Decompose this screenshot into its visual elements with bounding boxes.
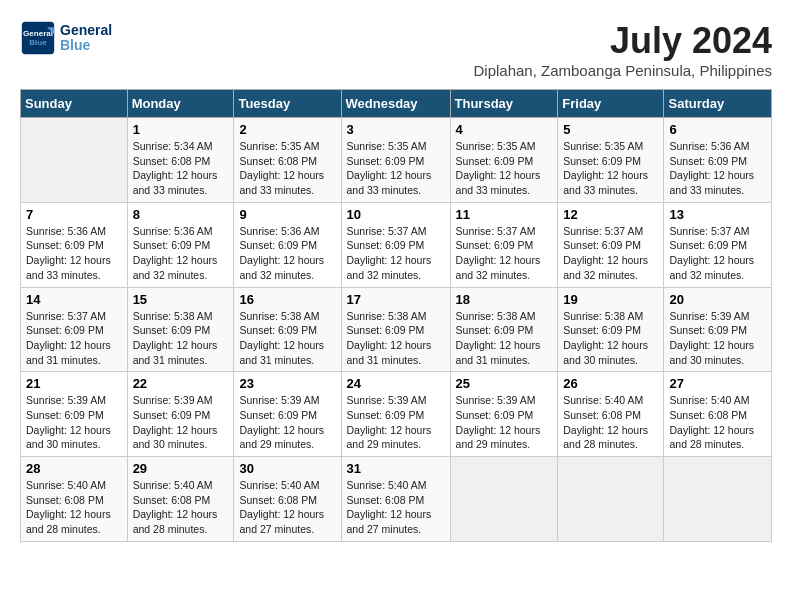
day-number: 25 [456,376,553,391]
day-info: Sunrise: 5:36 AM Sunset: 6:09 PM Dayligh… [239,224,335,283]
day-info: Sunrise: 5:34 AM Sunset: 6:08 PM Dayligh… [133,139,229,198]
day-cell: 16Sunrise: 5:38 AM Sunset: 6:09 PM Dayli… [234,287,341,372]
day-number: 30 [239,461,335,476]
day-info: Sunrise: 5:36 AM Sunset: 6:09 PM Dayligh… [133,224,229,283]
day-cell: 20Sunrise: 5:39 AM Sunset: 6:09 PM Dayli… [664,287,772,372]
day-number: 7 [26,207,122,222]
day-cell: 24Sunrise: 5:39 AM Sunset: 6:09 PM Dayli… [341,372,450,457]
day-info: Sunrise: 5:38 AM Sunset: 6:09 PM Dayligh… [347,309,445,368]
day-info: Sunrise: 5:38 AM Sunset: 6:09 PM Dayligh… [563,309,658,368]
logo: General Blue General Blue [20,20,112,56]
day-number: 9 [239,207,335,222]
day-cell: 1Sunrise: 5:34 AM Sunset: 6:08 PM Daylig… [127,118,234,203]
day-cell: 22Sunrise: 5:39 AM Sunset: 6:09 PM Dayli… [127,372,234,457]
day-info: Sunrise: 5:35 AM Sunset: 6:09 PM Dayligh… [456,139,553,198]
day-info: Sunrise: 5:39 AM Sunset: 6:09 PM Dayligh… [26,393,122,452]
day-info: Sunrise: 5:39 AM Sunset: 6:09 PM Dayligh… [669,309,766,368]
logo-line1: General [60,23,112,38]
day-info: Sunrise: 5:37 AM Sunset: 6:09 PM Dayligh… [669,224,766,283]
day-info: Sunrise: 5:39 AM Sunset: 6:09 PM Dayligh… [239,393,335,452]
day-cell: 19Sunrise: 5:38 AM Sunset: 6:09 PM Dayli… [558,287,664,372]
day-info: Sunrise: 5:39 AM Sunset: 6:09 PM Dayligh… [456,393,553,452]
header-sunday: Sunday [21,90,128,118]
day-number: 8 [133,207,229,222]
day-number: 31 [347,461,445,476]
day-number: 26 [563,376,658,391]
day-number: 22 [133,376,229,391]
day-info: Sunrise: 5:35 AM Sunset: 6:09 PM Dayligh… [563,139,658,198]
day-number: 19 [563,292,658,307]
day-number: 17 [347,292,445,307]
day-cell: 25Sunrise: 5:39 AM Sunset: 6:09 PM Dayli… [450,372,558,457]
header-monday: Monday [127,90,234,118]
day-cell: 13Sunrise: 5:37 AM Sunset: 6:09 PM Dayli… [664,202,772,287]
header-thursday: Thursday [450,90,558,118]
day-info: Sunrise: 5:37 AM Sunset: 6:09 PM Dayligh… [563,224,658,283]
week-row-5: 28Sunrise: 5:40 AM Sunset: 6:08 PM Dayli… [21,457,772,542]
week-row-3: 14Sunrise: 5:37 AM Sunset: 6:09 PM Dayli… [21,287,772,372]
day-number: 18 [456,292,553,307]
day-info: Sunrise: 5:40 AM Sunset: 6:08 PM Dayligh… [133,478,229,537]
header-tuesday: Tuesday [234,90,341,118]
week-row-1: 1Sunrise: 5:34 AM Sunset: 6:08 PM Daylig… [21,118,772,203]
logo-icon: General Blue [20,20,56,56]
calendar-table: SundayMondayTuesdayWednesdayThursdayFrid… [20,89,772,542]
day-info: Sunrise: 5:38 AM Sunset: 6:09 PM Dayligh… [456,309,553,368]
day-number: 5 [563,122,658,137]
day-cell: 18Sunrise: 5:38 AM Sunset: 6:09 PM Dayli… [450,287,558,372]
day-number: 14 [26,292,122,307]
day-cell: 26Sunrise: 5:40 AM Sunset: 6:08 PM Dayli… [558,372,664,457]
day-cell: 23Sunrise: 5:39 AM Sunset: 6:09 PM Dayli… [234,372,341,457]
logo-text: General Blue [60,23,112,54]
day-cell [558,457,664,542]
week-row-2: 7Sunrise: 5:36 AM Sunset: 6:09 PM Daylig… [21,202,772,287]
day-info: Sunrise: 5:40 AM Sunset: 6:08 PM Dayligh… [563,393,658,452]
header-friday: Friday [558,90,664,118]
day-info: Sunrise: 5:40 AM Sunset: 6:08 PM Dayligh… [239,478,335,537]
title-area: July 2024 Diplahan, Zamboanga Peninsula,… [473,20,772,79]
svg-text:General: General [23,29,53,38]
day-number: 10 [347,207,445,222]
day-cell: 31Sunrise: 5:40 AM Sunset: 6:08 PM Dayli… [341,457,450,542]
day-number: 28 [26,461,122,476]
day-cell: 12Sunrise: 5:37 AM Sunset: 6:09 PM Dayli… [558,202,664,287]
day-number: 15 [133,292,229,307]
day-number: 21 [26,376,122,391]
header-wednesday: Wednesday [341,90,450,118]
day-info: Sunrise: 5:38 AM Sunset: 6:09 PM Dayligh… [239,309,335,368]
week-row-4: 21Sunrise: 5:39 AM Sunset: 6:09 PM Dayli… [21,372,772,457]
day-info: Sunrise: 5:40 AM Sunset: 6:08 PM Dayligh… [26,478,122,537]
day-info: Sunrise: 5:37 AM Sunset: 6:09 PM Dayligh… [456,224,553,283]
day-cell: 3Sunrise: 5:35 AM Sunset: 6:09 PM Daylig… [341,118,450,203]
day-info: Sunrise: 5:36 AM Sunset: 6:09 PM Dayligh… [669,139,766,198]
day-cell: 6Sunrise: 5:36 AM Sunset: 6:09 PM Daylig… [664,118,772,203]
day-cell: 14Sunrise: 5:37 AM Sunset: 6:09 PM Dayli… [21,287,128,372]
day-info: Sunrise: 5:36 AM Sunset: 6:09 PM Dayligh… [26,224,122,283]
day-info: Sunrise: 5:35 AM Sunset: 6:08 PM Dayligh… [239,139,335,198]
logo-line2: Blue [60,38,112,53]
day-number: 27 [669,376,766,391]
day-cell: 30Sunrise: 5:40 AM Sunset: 6:08 PM Dayli… [234,457,341,542]
day-cell: 4Sunrise: 5:35 AM Sunset: 6:09 PM Daylig… [450,118,558,203]
day-cell: 21Sunrise: 5:39 AM Sunset: 6:09 PM Dayli… [21,372,128,457]
svg-text:Blue: Blue [29,38,47,47]
day-cell: 28Sunrise: 5:40 AM Sunset: 6:08 PM Dayli… [21,457,128,542]
header-saturday: Saturday [664,90,772,118]
day-number: 20 [669,292,766,307]
day-number: 1 [133,122,229,137]
day-number: 11 [456,207,553,222]
day-number: 3 [347,122,445,137]
day-number: 29 [133,461,229,476]
day-info: Sunrise: 5:39 AM Sunset: 6:09 PM Dayligh… [133,393,229,452]
day-cell [21,118,128,203]
day-info: Sunrise: 5:37 AM Sunset: 6:09 PM Dayligh… [26,309,122,368]
day-cell [450,457,558,542]
day-cell: 2Sunrise: 5:35 AM Sunset: 6:08 PM Daylig… [234,118,341,203]
day-cell: 10Sunrise: 5:37 AM Sunset: 6:09 PM Dayli… [341,202,450,287]
day-cell: 15Sunrise: 5:38 AM Sunset: 6:09 PM Dayli… [127,287,234,372]
day-info: Sunrise: 5:37 AM Sunset: 6:09 PM Dayligh… [347,224,445,283]
day-cell: 11Sunrise: 5:37 AM Sunset: 6:09 PM Dayli… [450,202,558,287]
day-info: Sunrise: 5:38 AM Sunset: 6:09 PM Dayligh… [133,309,229,368]
day-number: 4 [456,122,553,137]
day-number: 13 [669,207,766,222]
